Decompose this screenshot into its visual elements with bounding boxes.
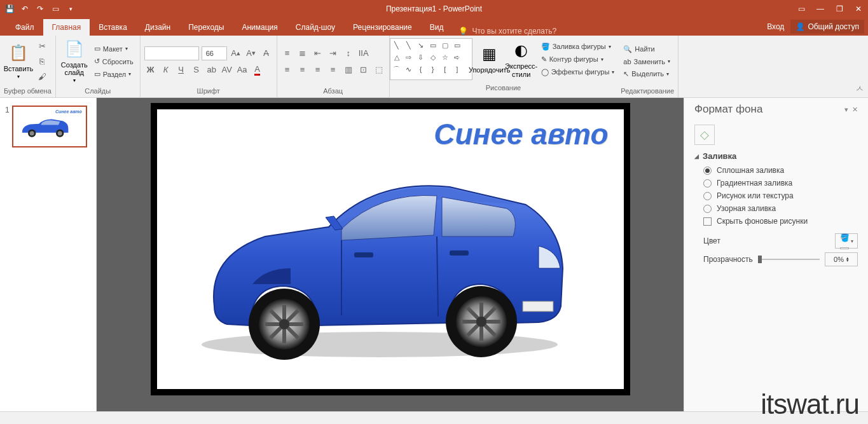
increase-font-icon[interactable]: A▴ [230, 47, 242, 60]
align-text-icon[interactable]: ⊡ [357, 64, 370, 76]
save-icon[interactable]: 💾 [3, 2, 17, 16]
fill-section-header[interactable]: Заливка [694, 151, 858, 161]
font-color-icon[interactable]: A [251, 64, 264, 76]
maximize-icon[interactable]: ❐ [830, 0, 849, 18]
tab-transitions[interactable]: Переходы [179, 19, 233, 36]
tell-me-search[interactable]: 💡 Что вы хотите сделать? [458, 27, 556, 36]
tab-home[interactable]: Главная [43, 19, 90, 36]
share-button[interactable]: 👤 Общий доступ [790, 20, 864, 34]
shape-bracket-icon[interactable]: ] [452, 64, 462, 74]
strikethrough-icon[interactable]: S [190, 64, 203, 76]
font-family-combo[interactable] [144, 46, 199, 60]
slide-editor[interactable]: Синее авто [97, 98, 684, 411]
find-button[interactable]: 🔍Найти [621, 44, 673, 55]
slide-canvas[interactable]: Синее авто [157, 109, 624, 389]
new-slide-button[interactable]: 📄 Создать слайд ▾ [60, 38, 89, 85]
undo-icon[interactable]: ↶ [18, 2, 32, 16]
fill-tab-icon[interactable]: ◇ [694, 125, 715, 145]
signin-link[interactable]: Вход [767, 22, 784, 31]
shape-rect-icon[interactable]: ▭ [428, 40, 438, 50]
decrease-indent-icon[interactable]: ⇤ [312, 47, 324, 60]
shape-diamond-icon[interactable]: ◇ [428, 52, 438, 62]
pane-close-icon[interactable]: ✕ [852, 106, 858, 114]
justify-icon[interactable]: ≡ [327, 64, 340, 76]
arrange-button[interactable]: ▦ Упорядочить [475, 36, 504, 83]
transparency-value-input[interactable]: 0% ▴▾ [825, 252, 858, 266]
bold-icon[interactable]: Ж [144, 64, 157, 76]
shape-arrow-icon[interactable]: ⇨ [404, 52, 414, 62]
hide-background-checkbox[interactable]: Скрыть фоновые рисунки [703, 217, 858, 226]
fill-solid-radio[interactable]: Сплошная заливка [703, 166, 858, 175]
ribbon-options-icon[interactable]: ▭ [792, 0, 811, 18]
smartart-convert-icon[interactable]: ⬚ [373, 64, 385, 76]
pane-options-icon[interactable]: ▾ [844, 106, 848, 114]
shape-line-icon[interactable]: ╲ [392, 40, 402, 50]
tab-insert[interactable]: Вставка [90, 19, 136, 36]
replace-button[interactable]: abЗаменить▾ [621, 57, 673, 67]
text-shadow-icon[interactable]: ab [205, 64, 218, 76]
redo-icon[interactable]: ↷ [33, 2, 47, 16]
increase-indent-icon[interactable]: ⇥ [327, 47, 340, 60]
bullets-icon[interactable]: ≡ [281, 47, 294, 60]
numbering-icon[interactable]: ≣ [296, 47, 309, 60]
tab-slideshow[interactable]: Слайд-шоу [287, 19, 344, 36]
cut-icon[interactable]: ✂ [36, 40, 48, 53]
shape-fill-button[interactable]: 🪣Заливка фигуры▾ [539, 41, 617, 52]
columns-icon[interactable]: ▥ [342, 64, 355, 76]
color-picker-button[interactable]: 🪣 ▾ [835, 233, 858, 249]
tab-view[interactable]: Вид [421, 19, 453, 36]
shape-bracket-icon[interactable]: [ [440, 64, 450, 74]
shape-line-icon[interactable]: ╲ [404, 40, 414, 50]
fill-pattern-radio[interactable]: Узорная заливка [703, 204, 858, 213]
shape-brace-icon[interactable]: } [428, 64, 438, 74]
transparency-slider[interactable] [758, 259, 820, 260]
tab-design[interactable]: Дизайн [136, 19, 179, 36]
shape-arrow-icon[interactable]: ⇩ [416, 52, 426, 62]
qat-dropdown-icon[interactable]: ▾ [64, 2, 78, 16]
decrease-font-icon[interactable]: A▾ [245, 47, 258, 60]
reset-button[interactable]: ↺Сбросить [92, 56, 136, 67]
align-center-icon[interactable]: ≡ [296, 64, 309, 76]
shape-arrow-icon[interactable]: ➪ [452, 52, 462, 62]
align-left-icon[interactable]: ≡ [281, 64, 294, 76]
quick-styles-button[interactable]: ◐ Экспресс-стили [507, 36, 536, 83]
shape-outline-button[interactable]: ✎Контур фигуры▾ [539, 54, 617, 65]
text-direction-icon[interactable]: IIA [357, 47, 370, 60]
tab-file[interactable]: Файл [6, 19, 43, 36]
collapse-ribbon-icon[interactable]: ㅅ [851, 36, 868, 97]
change-case-icon[interactable]: Aa [236, 64, 249, 76]
shapes-gallery[interactable]: ╲ ╲ ↘ ▭ ▢ ▭ △ ⇨ ⇩ ◇ ☆ ➪ ⌒ ∿ { } [ ] [390, 38, 472, 80]
minimize-icon[interactable]: — [811, 0, 830, 18]
replace-icon: ab [623, 58, 631, 65]
paste-button[interactable]: 📋 Вставить ▾ [4, 38, 33, 85]
layout-button[interactable]: ▭Макет▾ [92, 43, 136, 54]
font-size-combo[interactable]: 66 [202, 46, 227, 60]
start-slideshow-icon[interactable]: ▭ [48, 2, 62, 16]
fill-gradient-radio[interactable]: Градиентная заливка [703, 179, 858, 188]
spinner-icon[interactable]: ▴▾ [846, 257, 849, 262]
underline-icon[interactable]: Ч [175, 64, 188, 76]
fill-picture-radio[interactable]: Рисунок или текстура [703, 191, 858, 200]
clear-formatting-icon[interactable]: A̶ [260, 47, 273, 60]
shape-star-icon[interactable]: ☆ [440, 52, 450, 62]
shape-curve-icon[interactable]: ⌒ [392, 64, 402, 74]
close-icon[interactable]: ✕ [849, 0, 868, 18]
italic-icon[interactable]: К [160, 64, 172, 76]
shape-brace-icon[interactable]: { [416, 64, 426, 74]
tab-review[interactable]: Рецензирование [344, 19, 421, 36]
format-painter-icon[interactable]: 🖌 [36, 71, 48, 83]
line-spacing-icon[interactable]: ↕ [342, 47, 355, 60]
shape-curve-icon[interactable]: ∿ [404, 64, 414, 74]
shape-rect-icon[interactable]: ▭ [452, 40, 462, 50]
shape-triangle-icon[interactable]: △ [392, 52, 402, 62]
shape-arrow-icon[interactable]: ↘ [416, 40, 426, 50]
select-button[interactable]: ↖Выделить▾ [621, 69, 673, 79]
char-spacing-icon[interactable]: AV [221, 64, 233, 76]
align-right-icon[interactable]: ≡ [312, 64, 324, 76]
shape-rect-icon[interactable]: ▢ [440, 40, 450, 50]
section-button[interactable]: ▭Раздел▾ [92, 69, 136, 79]
slide-thumbnail-1[interactable]: 1 Синее авто [5, 106, 91, 147]
copy-icon[interactable]: ⎘ [36, 55, 48, 68]
tab-animations[interactable]: Анимация [233, 19, 286, 36]
shape-effects-button[interactable]: ◯Эффекты фигуры▾ [539, 67, 617, 78]
